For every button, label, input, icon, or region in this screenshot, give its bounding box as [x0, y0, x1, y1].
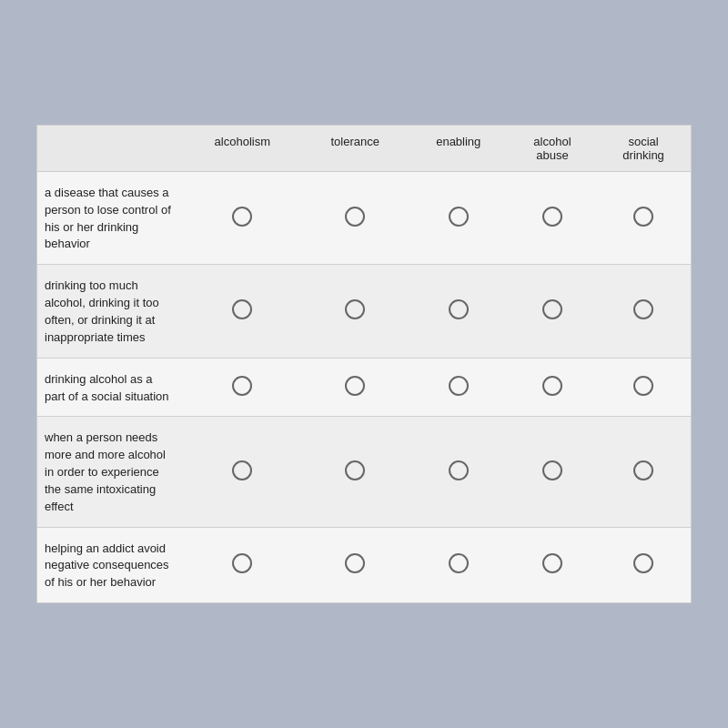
radio-cell[interactable]: [596, 171, 691, 264]
row-description-3: drinking alcohol as a part of a social s…: [37, 358, 183, 417]
radio-cell[interactable]: [302, 171, 409, 264]
radio-cell[interactable]: [596, 265, 691, 358]
radio-button[interactable]: [232, 460, 252, 480]
radio-cell[interactable]: [509, 417, 596, 527]
table-row: when a person needs more and more alcoho…: [37, 417, 691, 527]
radio-button[interactable]: [542, 299, 562, 319]
radio-cell[interactable]: [409, 417, 509, 527]
radio-cell[interactable]: [509, 358, 596, 417]
row-description-4: when a person needs more and more alcoho…: [37, 417, 183, 527]
radio-cell[interactable]: [302, 417, 409, 527]
radio-button[interactable]: [232, 299, 252, 319]
radio-cell[interactable]: [409, 527, 509, 602]
col-header-tolerance: tolerance: [302, 126, 409, 172]
radio-cell[interactable]: [596, 417, 691, 527]
row-description-2: drinking too much alcohol, drinking it t…: [37, 265, 183, 358]
radio-button[interactable]: [449, 553, 469, 573]
radio-cell[interactable]: [509, 265, 596, 358]
row-description-5: helping an addict avoid negative consequ…: [37, 527, 183, 602]
row-description-1: a disease that causes a person to lose c…: [37, 171, 183, 264]
col-header-enabling: enabling: [409, 126, 509, 172]
radio-cell[interactable]: [409, 171, 509, 264]
radio-cell[interactable]: [183, 417, 302, 527]
radio-button[interactable]: [449, 299, 469, 319]
radio-button[interactable]: [633, 299, 653, 319]
radio-button[interactable]: [232, 553, 252, 573]
col-header-alcohol-abuse: alcoholabuse: [509, 126, 596, 172]
radio-button[interactable]: [633, 207, 653, 227]
col-header-social-drinking: socialdrinking: [596, 126, 691, 172]
radio-button[interactable]: [345, 460, 365, 480]
radio-button[interactable]: [633, 460, 653, 480]
quiz-table: alcoholism tolerance enabling alcoholabu…: [36, 125, 692, 603]
radio-cell[interactable]: [509, 527, 596, 602]
table-row: helping an addict avoid negative consequ…: [37, 527, 691, 602]
radio-button[interactable]: [542, 207, 562, 227]
table-row: drinking too much alcohol, drinking it t…: [37, 265, 691, 358]
radio-button[interactable]: [449, 207, 469, 227]
radio-button[interactable]: [232, 376, 252, 396]
radio-cell[interactable]: [183, 527, 302, 602]
col-header-alcoholism: alcoholism: [183, 126, 302, 172]
radio-cell[interactable]: [302, 527, 409, 602]
radio-cell[interactable]: [302, 358, 409, 417]
radio-cell[interactable]: [596, 527, 691, 602]
radio-cell[interactable]: [409, 358, 509, 417]
radio-button[interactable]: [449, 460, 469, 480]
radio-cell[interactable]: [596, 358, 691, 417]
radio-button[interactable]: [542, 376, 562, 396]
radio-cell[interactable]: [183, 265, 302, 358]
table-row: a disease that causes a person to lose c…: [37, 171, 691, 264]
radio-cell[interactable]: [183, 171, 302, 264]
radio-button[interactable]: [345, 207, 365, 227]
radio-cell[interactable]: [509, 171, 596, 264]
col-header-term: [37, 126, 183, 172]
radio-cell[interactable]: [409, 265, 509, 358]
radio-cell[interactable]: [183, 358, 302, 417]
radio-button[interactable]: [633, 553, 653, 573]
radio-button[interactable]: [345, 553, 365, 573]
radio-cell[interactable]: [302, 265, 409, 358]
radio-button[interactable]: [633, 376, 653, 396]
radio-button[interactable]: [542, 553, 562, 573]
radio-button[interactable]: [449, 376, 469, 396]
table-row: drinking alcohol as a part of a social s…: [37, 358, 691, 417]
radio-button[interactable]: [232, 207, 252, 227]
radio-button[interactable]: [542, 460, 562, 480]
radio-button[interactable]: [345, 376, 365, 396]
radio-button[interactable]: [345, 299, 365, 319]
